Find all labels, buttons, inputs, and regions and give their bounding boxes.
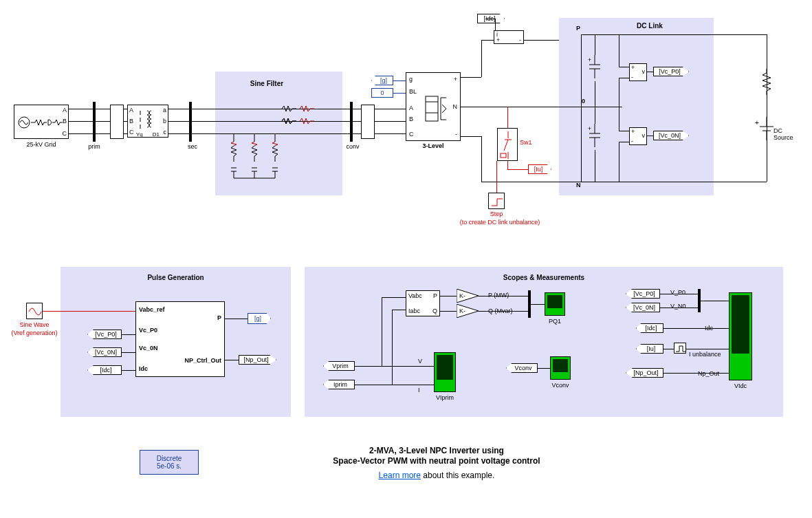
const-0-block[interactable]: 0 (371, 88, 393, 98)
vc0n-meas-block[interactable]: + - v (629, 127, 647, 145)
from-iprim-tag[interactable]: Iprim (323, 380, 355, 389)
from-idc-scope-tag[interactable]: [Idc] (636, 323, 663, 333)
goto-npout-tag[interactable]: [Np_Out] (239, 355, 276, 365)
from-vcp0-text: [Vc_P0] (95, 331, 117, 338)
wire (647, 72, 653, 72)
from-vcp0-scope-tag[interactable]: [Vc_P0] (626, 289, 660, 299)
vcp0-minus: - (631, 74, 633, 80)
wire (225, 319, 248, 319)
goto-g-tag[interactable]: [g] (248, 313, 271, 324)
scopes-title: Scopes & Measurements (305, 274, 783, 281)
learn-more-link[interactable]: Learn more (379, 471, 421, 480)
wire (375, 121, 406, 122)
pq-vabc: Vabc (408, 292, 422, 299)
wire (124, 109, 127, 109)
xfmr-port-b2: b (163, 118, 166, 125)
pq-iabc: Iabc (408, 307, 420, 314)
wire (122, 334, 135, 335)
goto-vcp0-tag[interactable]: [Vc_P0] (653, 67, 689, 76)
transformer-block[interactable]: A B C a b c Yg D1 (127, 105, 168, 138)
from-idc-tag[interactable]: [Idc] (87, 365, 122, 375)
svg-rect-1 (426, 96, 438, 121)
wire (69, 121, 93, 122)
xfmr-port-b: B (129, 118, 133, 125)
powergui-l1: Discrete (140, 455, 198, 462)
dc-link-p: P (576, 25, 580, 32)
wire (382, 297, 406, 298)
from-idc-scope-text: [Idc] (645, 325, 657, 332)
wire (393, 80, 406, 81)
from-g-text: [g] (380, 77, 387, 84)
three-level-block[interactable]: g BL A B C + N - (406, 72, 461, 141)
inv-port-c: C (409, 131, 414, 138)
gain-p[interactable]: K- (457, 289, 479, 303)
gain-q-text: K- (459, 307, 465, 314)
svg-text:+: + (588, 125, 591, 132)
wire-red (496, 161, 497, 193)
from-vc0n-scope-text: [Vc_0N] (633, 304, 655, 311)
prim-measure-block[interactable] (110, 105, 124, 139)
port-a: A (63, 107, 67, 114)
inv-port-g: g (409, 76, 413, 83)
wire (660, 294, 698, 294)
pq1-scope[interactable] (545, 292, 565, 316)
wire (353, 121, 361, 122)
busbar-prim (93, 102, 96, 142)
svg-rect-5 (501, 153, 506, 158)
vcp0-meas-block[interactable]: + - v (629, 63, 647, 81)
wire (619, 142, 619, 182)
from-iu-scope-tag[interactable]: [Iu] (636, 344, 663, 354)
wire (581, 34, 582, 182)
conv-label: conv (342, 143, 363, 150)
wire (663, 349, 674, 349)
wire (168, 133, 189, 134)
goto-iu-text: [Iu] (534, 166, 543, 173)
rate-block[interactable] (674, 343, 686, 354)
xfmr-port-a2: a (163, 107, 166, 114)
wire (122, 370, 135, 371)
xfmr-port-c: C (129, 129, 134, 136)
wire (581, 34, 767, 35)
wire (355, 385, 434, 385)
inv-port-a: A (409, 105, 413, 111)
from-vc0n-scope-tag[interactable]: [Vc_0N] (626, 303, 660, 312)
from-npout-scope-tag[interactable]: [Np_Out] (626, 368, 663, 378)
ctrl-in-vc0n: Vc_0N (139, 345, 158, 352)
vidc-scope[interactable] (729, 292, 752, 380)
sw1-block[interactable] (497, 128, 518, 161)
grid-source-block[interactable]: A B C (14, 105, 69, 139)
busbar-conv (350, 102, 353, 142)
from-vcp0-tag[interactable]: [Vc_P0] (87, 330, 122, 339)
wire (581, 182, 767, 182)
xfmr-port-a: A (129, 107, 133, 114)
wire (353, 109, 361, 109)
wire (619, 107, 619, 131)
sine-wave-block[interactable] (26, 303, 43, 319)
from-vprim-text: Vprim (332, 363, 349, 369)
wire (440, 296, 457, 296)
from-vprim-tag[interactable]: Vprim (323, 361, 355, 371)
powergui-block[interactable]: Discrete 5e-06 s. (140, 450, 199, 475)
idc-measure-block[interactable]: i + - (494, 30, 524, 44)
wire (392, 310, 406, 310)
conv-measure-block[interactable] (361, 105, 375, 139)
ctrl-in-idc: Idc (139, 365, 148, 372)
pq-subsystem[interactable]: Vabc Iabc P Q (406, 290, 440, 316)
from-vconv-tag[interactable]: Vconv (506, 363, 538, 373)
goto-iu-tag[interactable]: [Iu] (528, 164, 551, 174)
gain-q[interactable]: K- (457, 304, 479, 318)
wire (660, 307, 698, 308)
vconv-scope[interactable] (550, 356, 571, 380)
from-vc0n-tag[interactable]: [Vc_0N] (87, 347, 122, 357)
step-block[interactable] (488, 193, 505, 209)
wire (538, 368, 550, 369)
viprim-scope[interactable] (434, 352, 456, 392)
wire (595, 34, 595, 55)
goto-vc0n-text: [Vc_0N] (659, 132, 681, 139)
from-g-tag[interactable]: [g] (371, 76, 393, 85)
controller-subsystem[interactable]: Vabc_ref Vc_P0 Vc_0N Idc P NP_Ctrl_Out (135, 301, 225, 377)
xfmr-yg: Yg (136, 131, 143, 138)
ctrl-out-np: NP_Ctrl_Out (184, 357, 221, 364)
switch-icon (498, 129, 518, 162)
goto-vc0n-tag[interactable]: [Vc_0N] (653, 131, 689, 140)
